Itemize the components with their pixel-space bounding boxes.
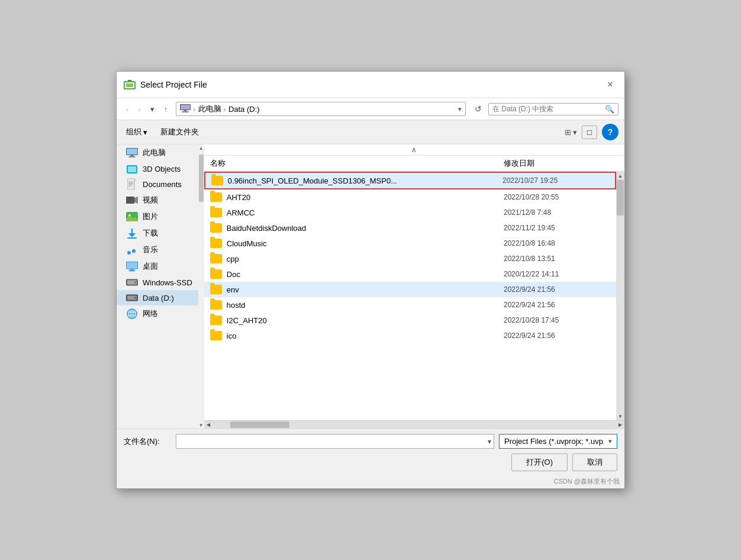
filename-input[interactable] [176,435,485,448]
back-button[interactable]: ‹ [123,102,132,116]
organize-arrow-icon: ▾ [143,128,147,137]
file-row[interactable]: env2022/9/24 21:56 [204,282,616,297]
svg-rect-16 [128,182,133,183]
horiz-scroll-thumb [230,421,289,428]
path-bar-pc-icon [180,104,191,114]
scroll-down-arrow[interactable]: ▼ [616,412,624,420]
sidebar-label-music: 音乐 [143,244,158,255]
sidebar-item-win-ssd[interactable]: Windows-SSD [117,275,198,290]
file-row[interactable]: 0.96inch_SPI_OLED_Module_SSD1306_MSP0...… [204,172,616,189]
sidebar-icon-win-ssd [126,278,138,287]
view-dropdown-icon: ▾ [573,128,577,137]
sidebar-item-3d[interactable]: 3D Objects [117,161,198,176]
folder-icon [210,239,222,248]
sidebar-item-pc[interactable]: 此电脑 [117,144,198,161]
sidebar-scroll-down[interactable]: ▼ [198,421,204,429]
file-row[interactable]: ARMCC2021/12/8 7:48 [204,205,616,220]
sidebar-icon-desktop [126,262,138,271]
svg-rect-9 [127,149,137,155]
nav-bar: ‹ › ▾ ↑ › 此电脑 › Data (D:) ▾ ↺ 🔍 [117,98,624,120]
svg-point-33 [134,281,137,284]
svg-marker-15 [134,178,137,181]
organize-button[interactable]: 组织 ▾ [123,125,151,139]
file-row[interactable]: hostd2022/9/24 21:56 [204,297,616,313]
forward-button[interactable]: › [134,102,144,116]
file-row[interactable]: Doc2020/12/22 14:11 [204,266,616,282]
filename-dropdown-button[interactable]: ▾ [485,437,494,446]
folder-icon [210,316,222,325]
app-icon [124,79,136,91]
preview-pane-button[interactable]: □ [582,125,597,139]
sidebar-item-downloads[interactable]: 下载 [117,225,198,242]
sidebar-label-downloads: 下载 [143,228,158,239]
file-row[interactable]: ico2022/9/24 21:56 [204,328,616,343]
search-input[interactable] [492,105,603,113]
folder-icon [210,331,222,340]
file-row[interactable]: cpp2022/10/8 13:51 [204,251,616,266]
sidebar-icon-data-d [126,293,138,302]
close-button[interactable]: × [603,78,617,92]
sidebar-item-music[interactable]: 音乐 [117,242,198,258]
sidebar-scroll-up[interactable]: ▲ [198,144,204,152]
sidebar-item-docs[interactable]: Documents [117,176,198,192]
horiz-scroll-left[interactable]: ◀ [204,421,212,429]
file-date: 2022/10/27 19:25 [502,176,609,185]
file-date: 2020/12/22 14:11 [504,270,610,278]
file-name: CloudMusic [227,239,504,248]
file-name: Doc [227,270,504,279]
horiz-scroll-right[interactable]: ▶ [616,421,624,429]
computer-icon [180,104,191,112]
file-date: 2022/11/2 19:45 [504,224,610,232]
filetype-select[interactable]: Project Files (*.uvprojx; *.uvp ▾ [499,434,617,449]
file-date: 2022/10/8 16:48 [504,239,610,247]
new-folder-button[interactable]: 新建文件夹 [156,125,204,139]
nav-dropdown-button[interactable]: ▾ [147,102,158,116]
folder-icon [210,300,222,310]
svg-rect-19 [126,197,134,204]
svg-marker-3 [127,80,132,81]
content-area: ∧ 名称 修改日期 0.96inch_SPI_OLED_Module_SSD13… [204,144,624,429]
file-list: 0.96inch_SPI_OLED_Module_SSD1306_MSP0...… [204,172,616,420]
file-row[interactable]: I2C_AHT202022/10/28 17:45 [204,313,616,328]
file-date: 2022/10/28 20:55 [504,193,610,201]
sidebar-item-data-d[interactable]: Data (D:) [117,290,198,305]
view-mode-button[interactable]: ⊞ ▾ [561,125,581,139]
file-list-header: 名称 修改日期 [204,156,624,172]
path-dropdown-button[interactable]: ▾ [458,105,462,113]
sidebar-icon-3d [126,164,138,173]
file-date: 2021/12/8 7:48 [504,208,610,217]
file-name: I2C_AHT20 [227,316,504,325]
file-name: env [227,285,504,294]
help-button[interactable]: ? [602,124,618,140]
svg-rect-13 [128,166,136,172]
refresh-button[interactable]: ↺ [471,102,486,116]
file-name: ARMCC [227,208,504,217]
sidebar-label-network: 网络 [143,308,158,319]
sidebar-icon-videos [126,195,138,205]
svg-rect-28 [127,262,137,269]
search-icon: 🔍 [605,105,614,114]
bottom-bar: 文件名(N): ▾ Project Files (*.uvprojx; *.uv… [117,429,624,476]
path-pc-label: 此电脑 [198,104,221,114]
scroll-up-arrow[interactable]: ▲ [616,172,624,180]
sidebar-item-desktop[interactable]: 桌面 [117,258,198,275]
file-row[interactable]: CloudMusic2022/10/8 16:48 [204,236,616,251]
svg-rect-7 [182,111,189,112]
sidebar-item-network[interactable]: 网络 [117,305,198,322]
sidebar-item-pics[interactable]: 图片 [117,208,198,225]
file-row[interactable]: BaiduNetdiskDownload2022/11/2 19:45 [204,220,616,236]
path-drive-label: Data (D:) [228,105,260,114]
file-row[interactable]: AHT202022/10/28 20:55 [204,189,616,205]
open-button[interactable]: 打开(O) [511,453,568,471]
sidebar-item-videos[interactable]: 视频 [117,192,198,208]
file-dialog: Select Project File × ‹ › ▾ ↑ › 此电脑 › Da… [116,71,625,489]
file-date: 2022/10/8 13:51 [504,255,610,263]
up-button[interactable]: ↑ [160,102,172,116]
svg-rect-2 [126,83,133,87]
cancel-button[interactable]: 取消 [572,453,617,471]
scroll-up-button[interactable]: ∧ [411,146,417,154]
file-name: cpp [227,255,504,263]
scroll-up-header: ∧ [204,144,624,156]
path-bar: › 此电脑 › Data (D:) ▾ [176,102,466,116]
file-date: 2022/10/28 17:45 [504,316,610,324]
